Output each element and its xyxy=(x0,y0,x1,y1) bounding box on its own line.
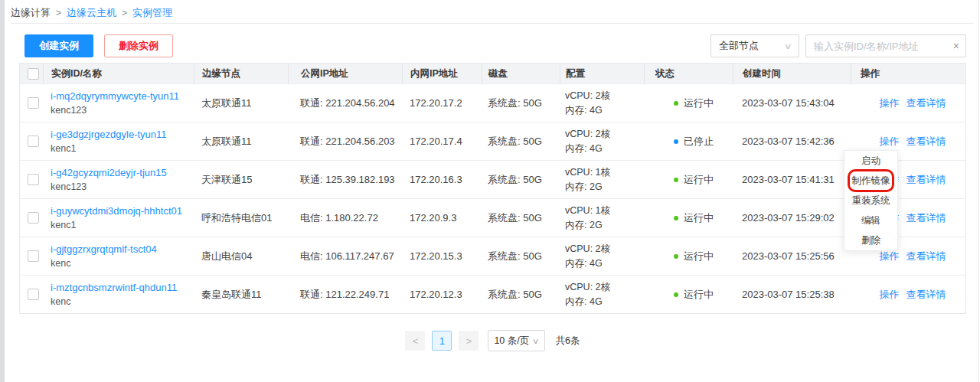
actions-cell: 操作 查看详情 xyxy=(851,276,965,313)
breadcrumb-item[interactable]: 边缘云主机 xyxy=(67,6,116,20)
actions-cell: 操作 查看详情 xyxy=(851,84,965,122)
instance-id-link[interactable]: i-gjtggzrxgrqtqmlf-tsct04 xyxy=(51,243,194,256)
view-details-link[interactable]: 查看详情 xyxy=(906,135,946,149)
table-row: i-gjtggzrxgrqtqmlf-tsct04 kenc 唐山电信04 电信… xyxy=(20,237,965,275)
created-time-cell: 2023-03-07 15:43:04 xyxy=(733,84,851,122)
actions-menu-link[interactable]: 操作 xyxy=(880,135,900,149)
breadcrumb-item[interactable]: 实例管理 xyxy=(132,6,172,20)
config-cell: vCPU: 2核 内存: 4G xyxy=(560,237,644,275)
status-cell: 运行中 xyxy=(644,84,733,122)
page-size-select[interactable]: 10 条/页 ∨ xyxy=(488,330,544,351)
instance-id-link[interactable]: i-mztgcnbsmzrwintf-qhdun11 xyxy=(51,281,194,295)
page-number-button[interactable]: 1 xyxy=(432,331,452,351)
instance-id-name-cell: i-mztgcnbsmzrwintf-qhdun11 kenc xyxy=(43,276,194,313)
column-header: 边缘节点 xyxy=(194,64,288,83)
private-ip-cell: 172.20.12.3 xyxy=(402,276,482,313)
context-menu-item[interactable]: 编辑 xyxy=(844,211,897,230)
clear-search-icon[interactable]: × xyxy=(953,41,959,51)
row-checkbox-cell xyxy=(20,161,43,198)
edge-node: 唐山电信04 xyxy=(201,250,288,263)
created-time-cell: 2023-03-07 15:25:56 xyxy=(733,237,851,275)
chevron-down-icon: ∨ xyxy=(783,41,792,51)
actions-menu-link[interactable]: 操作 xyxy=(880,96,900,110)
public-ip: 联通: 125.39.182.193 xyxy=(300,173,402,187)
public-ip-cell: 联通: 125.39.182.193 xyxy=(288,161,402,198)
actions-menu-link[interactable]: 操作 xyxy=(880,288,900,302)
vcpu: vCPU: 2核 xyxy=(565,242,644,256)
row-checkbox[interactable] xyxy=(28,289,39,300)
instance-id-name-cell: i-guywcytdmi3dmojq-hhhtct01 kenc1 xyxy=(43,199,194,237)
instance-id-link[interactable]: i-guywcytdmi3dmojq-hhhtct01 xyxy=(51,204,194,218)
created-time: 2023-03-07 15:25:38 xyxy=(742,289,851,300)
edge-node: 呼和浩特电信01 xyxy=(201,211,288,225)
public-ip-cell: 联通: 121.22.249.71 xyxy=(288,276,402,313)
instance-name: kenc1 xyxy=(51,218,194,232)
row-checkbox[interactable] xyxy=(28,250,39,262)
instance-name: kenc123 xyxy=(51,180,194,194)
breadcrumb-separator: > xyxy=(122,8,127,18)
row-checkbox-cell xyxy=(20,199,43,237)
created-time: 2023-03-07 15:29:02 xyxy=(742,212,851,224)
toolbar-filters: 全部节点 ∨ × xyxy=(710,34,966,57)
row-checkbox[interactable] xyxy=(28,135,39,147)
edge-node-cell: 秦皇岛联通11 xyxy=(194,276,288,313)
table-row: i-mztgcnbsmzrwintf-qhdun11 kenc 秦皇岛联通11 … xyxy=(20,275,965,313)
prev-page-button[interactable]: < xyxy=(405,331,425,351)
search-input[interactable] xyxy=(805,34,966,57)
row-actions-context-menu: 启动制作镜像重装系统编辑删除 xyxy=(844,150,898,251)
disk: 系统盘: 50G xyxy=(488,135,560,149)
delete-instance-button[interactable]: 删除实例 xyxy=(104,34,173,57)
instance-name: kenc xyxy=(51,256,194,270)
instance-id-link[interactable]: i-mq2dqyrymmywcyte-tyun11 xyxy=(51,90,194,103)
node-filter-select[interactable]: 全部节点 ∨ xyxy=(710,34,799,57)
status-cell: 运行中 xyxy=(644,161,733,198)
created-time: 2023-03-07 15:43:04 xyxy=(742,97,851,109)
status-label: 运行中 xyxy=(684,288,714,302)
vcpu: vCPU: 1核 xyxy=(565,204,644,218)
edge-node-cell: 天津联通15 xyxy=(194,161,288,198)
status-label: 运行中 xyxy=(684,250,714,263)
private-ip: 172.20.9.3 xyxy=(410,212,482,224)
select-all-checkbox[interactable] xyxy=(28,68,39,80)
row-checkbox-cell xyxy=(20,276,43,313)
disk-cell: 系统盘: 50G xyxy=(482,161,560,198)
row-checkbox[interactable] xyxy=(28,174,39,185)
row-checkbox[interactable] xyxy=(28,212,39,224)
context-menu-item[interactable]: 制作镜像 xyxy=(844,171,897,191)
context-menu-item[interactable]: 重装系统 xyxy=(844,191,897,211)
total-count: 共6条 xyxy=(556,335,580,348)
view-details-link[interactable]: 查看详情 xyxy=(906,288,946,302)
status-cell: 运行中 xyxy=(644,237,733,275)
edge-node-cell: 太原联通11 xyxy=(194,84,288,122)
created-time: 2023-03-07 15:25:56 xyxy=(742,250,851,262)
create-instance-button[interactable]: 创建实例 xyxy=(24,34,93,57)
context-menu-item[interactable]: 删除 xyxy=(844,230,897,250)
disk: 系统盘: 50G xyxy=(488,211,560,225)
instance-id-link[interactable]: i-ge3dgzjrgezdgyle-tyun11 xyxy=(51,128,194,142)
instance-id-name-cell: i-mq2dqyrymmywcyte-tyun11 kenc123 xyxy=(43,84,194,122)
config-cell: vCPU: 2核 内存: 4G xyxy=(560,84,644,122)
next-page-button[interactable]: > xyxy=(459,331,479,351)
view-details-link[interactable]: 查看详情 xyxy=(906,96,946,110)
public-ip: 联通: 121.22.249.71 xyxy=(300,288,402,302)
instance-id-link[interactable]: i-g42gcyzqmi2deyjr-tjun15 xyxy=(51,166,194,180)
table-row: i-mq2dqyrymmywcyte-tyun11 kenc123 太原联通11… xyxy=(20,83,965,122)
private-ip-cell: 172.20.16.3 xyxy=(402,161,482,198)
column-header: 磁盘 xyxy=(482,64,560,83)
instance-management-page: 边缘计算>边缘云主机>实例管理 创建实例 删除实例 全部节点 ∨ × 实例ID/… xyxy=(0,0,980,382)
view-details-link[interactable]: 查看详情 xyxy=(906,173,946,187)
pagination: < 1 > 10 条/页 ∨ 共6条 xyxy=(19,330,966,351)
memory: 内存: 4G xyxy=(565,142,644,156)
view-details-link[interactable]: 查看详情 xyxy=(906,250,946,263)
context-menu-item[interactable]: 启动 xyxy=(844,151,897,171)
private-ip: 172.20.16.3 xyxy=(410,174,482,185)
status-cell: 运行中 xyxy=(644,276,733,313)
view-details-link[interactable]: 查看详情 xyxy=(906,211,946,225)
memory: 内存: 4G xyxy=(565,295,644,309)
page-right-edge xyxy=(978,0,978,382)
row-checkbox[interactable] xyxy=(28,97,39,109)
instance-id-name-cell: i-gjtggzrxgrqtqmlf-tsct04 kenc xyxy=(43,237,194,275)
toolbar: 创建实例 删除实例 全部节点 ∨ × xyxy=(24,34,966,57)
actions-menu-link[interactable]: 操作 xyxy=(880,250,900,263)
column-header: 创建时间 xyxy=(733,64,851,83)
